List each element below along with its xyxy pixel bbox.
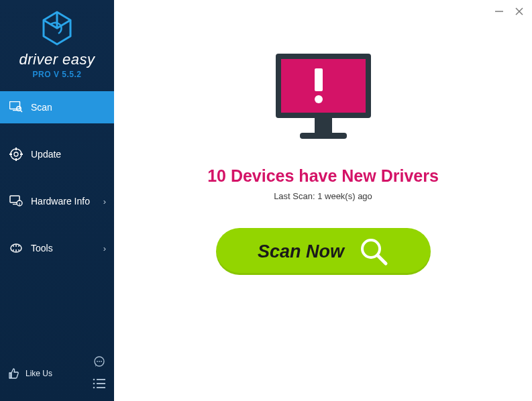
hardware-info-icon: i <box>9 194 23 208</box>
svg-point-21 <box>93 383 95 385</box>
svg-rect-9 <box>20 154 23 155</box>
sidebar: driver easy PRO V 5.5.2 Scan Update i <box>0 0 114 401</box>
chevron-right-icon: › <box>103 243 106 253</box>
svg-rect-30 <box>315 68 323 91</box>
menu-list-icon[interactable] <box>93 378 106 392</box>
svg-point-5 <box>14 152 18 156</box>
brand-block: driver easy PRO V 5.5.2 <box>0 0 114 84</box>
nav-hardware-info[interactable]: i Hardware Info › <box>0 185 114 217</box>
scan-now-button[interactable]: Scan Now <box>216 228 431 275</box>
main-panel: 10 Devices have New Drivers Last Scan: 1… <box>114 0 532 401</box>
nav-update-label: Update <box>31 149 61 160</box>
svg-point-4 <box>11 149 21 160</box>
svg-point-16 <box>97 361 98 362</box>
feedback-icon[interactable] <box>93 355 106 371</box>
svg-point-17 <box>99 361 100 362</box>
nav-update[interactable]: Update <box>0 138 114 170</box>
footer-icons <box>93 355 106 392</box>
like-us-label: Like Us <box>25 369 52 378</box>
nav: Scan Update i Hardware Info › Tools <box>0 91 114 279</box>
scan-now-label: Scan Now <box>258 241 344 262</box>
like-us-button[interactable]: Like Us <box>8 367 52 380</box>
app-window: driver easy PRO V 5.5.2 Scan Update i <box>0 0 532 401</box>
svg-point-18 <box>101 361 102 362</box>
window-controls <box>493 5 525 17</box>
alert-monitor-illustration <box>266 48 380 152</box>
last-scan-text: Last Scan: 1 week(s) ago <box>274 191 372 201</box>
nav-scan[interactable]: Scan <box>0 91 114 123</box>
close-button[interactable] <box>513 5 525 17</box>
svg-point-19 <box>93 379 95 381</box>
brand-version: PRO V 5.5.2 <box>0 70 114 79</box>
svg-line-3 <box>21 111 23 113</box>
nav-scan-label: Scan <box>31 102 52 113</box>
svg-rect-6 <box>15 148 17 150</box>
svg-rect-20 <box>97 379 105 380</box>
svg-rect-33 <box>300 133 347 139</box>
svg-point-31 <box>315 95 323 103</box>
svg-rect-22 <box>97 383 105 384</box>
thumbs-up-icon <box>8 367 20 380</box>
update-icon <box>9 148 23 161</box>
svg-rect-0 <box>10 102 20 109</box>
svg-rect-32 <box>315 118 332 133</box>
chevron-right-icon: › <box>103 196 106 207</box>
svg-rect-1 <box>13 110 17 111</box>
svg-point-23 <box>93 387 95 389</box>
svg-rect-29 <box>281 59 366 113</box>
minimize-button[interactable] <box>493 5 505 17</box>
brand-name: driver easy <box>0 51 114 68</box>
svg-rect-24 <box>97 387 105 388</box>
svg-rect-8 <box>9 154 12 155</box>
nav-tools[interactable]: Tools › <box>0 232 114 264</box>
magnifier-icon <box>359 237 388 266</box>
svg-line-35 <box>378 255 386 264</box>
tools-icon <box>9 241 23 255</box>
nav-tools-label: Tools <box>31 243 53 253</box>
headline: 10 Devices have New Drivers <box>207 166 439 186</box>
nav-hardware-info-label: Hardware Info <box>31 196 90 207</box>
sidebar-footer: Like Us <box>0 355 114 401</box>
scan-icon <box>9 101 23 114</box>
brand-logo-icon <box>38 9 76 47</box>
svg-rect-11 <box>13 204 17 205</box>
svg-rect-7 <box>15 158 17 161</box>
